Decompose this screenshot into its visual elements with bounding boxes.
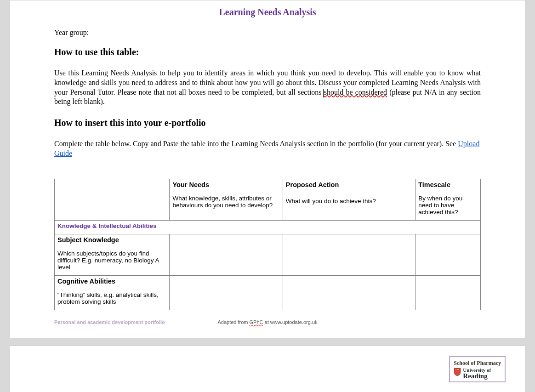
row-subject-sub: Which subjects/topics do you find diffic… — [57, 250, 166, 271]
school-logo-box: School of Pharmacy University of Reading — [449, 356, 506, 382]
header-time-title: Timescale — [418, 181, 478, 188]
paragraph-how-to-use: Use this Learning Needs Analysis to help… — [54, 68, 481, 107]
row-cognitive-label: Cognitive Abilities “Thinking” skills, e… — [55, 275, 170, 310]
cell-subject-needs[interactable] — [170, 234, 283, 275]
text-howuse-spellchecked: should be considered — [324, 88, 387, 96]
header-needs-title: Your Needs — [172, 181, 279, 188]
logo-uni-line2: Reading — [463, 373, 491, 380]
footer-center-text: Adapted from GPhC at www.uptodate.org.uk — [217, 319, 317, 325]
document-title: Learning Needs Analysis — [54, 7, 481, 17]
svg-point-2 — [457, 369, 458, 370]
header-action-sub: What will you do to achieve this? — [286, 198, 412, 205]
header-needs-sub: What knowledge, skills, attributes or be… — [172, 195, 279, 209]
cell-subject-action[interactable] — [283, 234, 415, 275]
row-cognitive-sub: “Thinking” skills, e.g. analytical skill… — [57, 291, 166, 305]
table-header-row: Your Needs What knowledge, skills, attri… — [55, 179, 481, 220]
cell-cognitive-needs[interactable] — [170, 275, 283, 310]
heading-insert-portfolio: How to insert this into your e-portfolio — [54, 118, 481, 128]
table-section-row: Knowledge & Intellectual Abilities — [55, 220, 481, 234]
footer-center-spell: GPhC — [250, 319, 263, 325]
document-page-2: School of Pharmacy University of Reading — [10, 346, 525, 392]
document-page-1: Learning Needs Analysis Year group: How … — [10, 0, 525, 338]
row-subject-knowledge-label: Subject Knowledge Which subjects/topics … — [55, 234, 170, 275]
logo-university-row: University of Reading — [454, 368, 501, 380]
university-shield-icon — [454, 368, 461, 376]
table-row: Subject Knowledge Which subjects/topics … — [55, 234, 481, 275]
footer-left-text: Personal and academic development portfo… — [54, 319, 165, 325]
cell-subject-timescale[interactable] — [415, 234, 481, 275]
header-your-needs: Your Needs What knowledge, skills, attri… — [170, 179, 283, 220]
text-insert-part1: Complete the table below. Copy and Paste… — [54, 140, 458, 148]
header-action-title: Proposed Action — [286, 181, 412, 188]
footer-center-2: at www.uptodate.org.uk — [263, 319, 318, 325]
needs-analysis-table: Your Needs What knowledge, skills, attri… — [54, 179, 481, 310]
svg-point-1 — [455, 369, 456, 370]
header-proposed-action: Proposed Action What will you do to achi… — [283, 179, 415, 220]
logo-university-text: University of Reading — [463, 368, 491, 380]
row-cognitive-title: Cognitive Abilities — [57, 278, 166, 285]
cell-cognitive-timescale[interactable] — [415, 275, 481, 310]
page-content: Learning Needs Analysis Year group: How … — [10, 7, 525, 325]
logo-school-text: School of Pharmacy — [454, 360, 501, 367]
header-time-sub: By when do you need to have achieved thi… — [418, 195, 478, 216]
heading-how-to-use: How to use this table: — [54, 47, 481, 57]
svg-point-3 — [458, 369, 459, 370]
section-knowledge-intellectual: Knowledge & Intellectual Abilities — [55, 220, 481, 234]
paragraph-insert: Complete the table below. Copy and Paste… — [54, 139, 481, 159]
header-empty-cell — [55, 179, 170, 220]
cell-cognitive-action[interactable] — [283, 275, 415, 310]
table-row: Cognitive Abilities “Thinking” skills, e… — [55, 275, 481, 310]
year-group-label: Year group: — [54, 28, 481, 37]
page-footer: Personal and academic development portfo… — [54, 319, 481, 325]
row-subject-title: Subject Knowledge — [57, 236, 166, 244]
header-timescale: Timescale By when do you need to have ac… — [415, 179, 481, 220]
footer-center-1: Adapted from — [217, 319, 249, 325]
